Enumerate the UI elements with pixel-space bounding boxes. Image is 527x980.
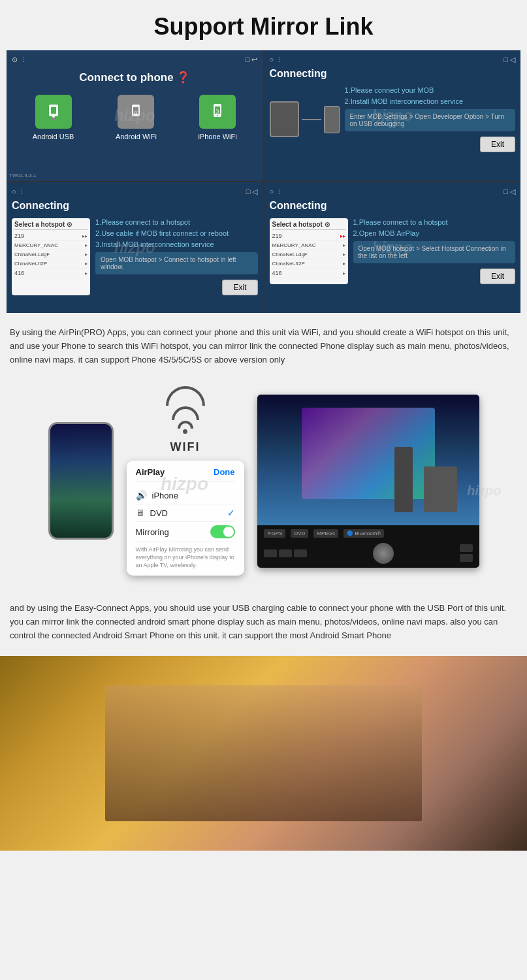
airplay-dvd-icon: 🖥 xyxy=(136,508,145,518)
svg-point-2 xyxy=(52,115,55,118)
screen-panel-1: ⊙ ⋮ □ ↩ Connect to phone ❓ Android USB xyxy=(7,50,263,181)
airplay-title: AirPlay xyxy=(136,467,165,477)
hotspot-item-4-5[interactable]: 416▸ xyxy=(272,269,345,278)
airplay-popup: AirPlay Done 🔊 iPhone 🖥 DVD ✓ Mirroring … xyxy=(127,461,244,576)
steps-3: 1.Please connect to a hotspot 2.Use cabl… xyxy=(95,218,258,295)
iphone-wifi-option[interactable]: )) iPhone WiFi xyxy=(198,95,236,140)
ctrl-btn-right-1 xyxy=(460,544,473,552)
android-wifi-icon: (( xyxy=(118,95,154,129)
connecting-title-3: Connecting xyxy=(12,200,258,212)
dvd-badge: DVD xyxy=(291,529,308,538)
step-2-1: 1.Please connect your MOB xyxy=(345,86,516,94)
android-wifi-label: Android WiFi xyxy=(116,133,157,140)
nav-icons-3: □ ◁ xyxy=(246,188,258,196)
airplay-item-dvd[interactable]: 🖥 DVD ✓ xyxy=(136,504,235,522)
hotspot-item-2[interactable]: MERCURY_ANAC▸ xyxy=(14,241,88,250)
airplay-item-iphone[interactable]: 🔊 iPhone xyxy=(136,487,235,504)
android-wifi-option[interactable]: (( Android WiFi xyxy=(116,95,157,140)
top-bar-3: ○ ⋮ □ ◁ xyxy=(12,188,258,196)
hotspot-item-4-1[interactable]: 219▸▸ xyxy=(272,231,345,241)
ctrl-btn-2 xyxy=(279,549,292,557)
airplay-done[interactable]: Done xyxy=(214,467,235,477)
hotspot-list-3: Select a hotspot ⊙ 219▸▸ MERCURY_ANAC▸ C… xyxy=(12,218,90,295)
hotspot-item-4-3[interactable]: ChinaNet-LdgF▸ xyxy=(272,250,345,259)
car-unit-container: ✕GPS DVD MPEG4 🔵 Bluetooth® xyxy=(257,395,479,568)
tablet-icon xyxy=(270,101,299,137)
top-bar-4: ○ ⋮ □ ◁ xyxy=(270,188,516,196)
description-2: and by using the Easy-Connect Apps, you … xyxy=(0,589,527,655)
status-icon-3: ○ ⋮ xyxy=(12,188,25,196)
airplay-mirroring-label: Mirroring xyxy=(136,527,169,537)
panel4-content: Select a hotspot ⊙ 219▸▸ MERCURY_ANAC▸ C… xyxy=(270,218,516,284)
hotspot-item-3[interactable]: ChinaNet-LdgF▸ xyxy=(14,250,88,259)
iphone-wifi-icon: )) xyxy=(199,95,236,129)
connecting-title-4: Connecting xyxy=(270,200,516,212)
wifi-airplay-col: WIFI AirPlay Done 🔊 iPhone 🖥 DVD ✓ Mirro… xyxy=(127,386,244,576)
android-mirror-section: hizpo hizpo ✕GPS DVD MPEG4 🔵 Bluetooth® xyxy=(0,656,527,851)
connecting-title-2: Connecting xyxy=(270,68,516,80)
car-screen-game xyxy=(257,395,479,525)
connecting-content-2: 1.Please connect your MOB 2.Install MOB … xyxy=(270,86,516,152)
svg-point-9 xyxy=(217,115,218,116)
car-screen xyxy=(257,395,479,525)
toggle-knob xyxy=(223,527,234,537)
connection-options: Android USB (( Android WiFi xyxy=(12,95,258,140)
hotspot-item-1[interactable]: 219▸▸ xyxy=(14,231,88,241)
nav-icons-4: □ ◁ xyxy=(503,188,515,196)
android-phone-screen xyxy=(376,712,452,817)
hotspot-item-4-4[interactable]: ChinaNet-fI2P▸ xyxy=(272,259,345,269)
iphone-container xyxy=(48,422,114,540)
exit-button-4[interactable]: Exit xyxy=(480,269,515,284)
airplay-iphone-label: iPhone xyxy=(152,491,178,500)
phone-icon-small xyxy=(324,106,340,133)
step-2-2: 2.Install MOB interconnection service xyxy=(345,97,516,105)
airplay-item-mirroring[interactable]: Mirroring xyxy=(136,522,235,542)
wifi-symbol xyxy=(166,386,205,434)
ctrl-btn-right-2 xyxy=(460,554,473,562)
airplay-description: With AirPlay Mirroring you can send ever… xyxy=(136,546,235,569)
description-1-text: By using the AirPin(PRO) Apps, you can c… xyxy=(10,326,517,367)
status-icon-4: ○ ⋮ xyxy=(270,188,283,196)
top-bar-2: ○ ⋮ □ ◁ xyxy=(270,56,516,64)
airplay-header: AirPlay Done xyxy=(136,467,235,482)
nav-icons: □ ↩ xyxy=(246,56,258,64)
description-1: By using the AirPin(PRO) Apps, you can c… xyxy=(0,313,527,380)
exit-button-3[interactable]: Exit xyxy=(222,280,257,295)
hotspot-list-4: Select a hotspot ⊙ 219▸▸ MERCURY_ANAC▸ C… xyxy=(270,218,348,284)
usb-phone-group xyxy=(342,700,453,831)
hotspot-item-5[interactable]: 416▸ xyxy=(14,269,88,278)
car-unit-controls: ✕GPS DVD MPEG4 🔵 Bluetooth® xyxy=(257,525,479,568)
mirroring-toggle[interactable] xyxy=(210,525,235,538)
screen-panel-2: ○ ⋮ □ ◁ Connecting 1.Please connect your… xyxy=(264,50,521,181)
ctrl-btn-1 xyxy=(264,549,277,557)
screen-panel-3: ○ ⋮ □ ◁ Connecting Select a hotspot ⊙ 21… xyxy=(7,182,263,313)
status-icon: ⊙ ⋮ xyxy=(12,56,27,64)
android-usb-icon xyxy=(35,95,72,129)
android-phone-mock xyxy=(375,700,453,831)
screenshots-grid: ⊙ ⋮ □ ↩ Connect to phone ❓ Android USB xyxy=(7,50,520,313)
airplay-dvd-label: DVD xyxy=(150,508,168,518)
airplay-checkmark: ✓ xyxy=(227,508,235,518)
info-box-4: Open MOB hotspot > Select Hotspot Connec… xyxy=(353,241,516,263)
page-title: Support Mirror Link xyxy=(0,0,527,50)
panel3-content: Select a hotspot ⊙ 219▸▸ MERCURY_ANAC▸ C… xyxy=(12,218,258,295)
wifi-label: WIFI xyxy=(170,440,200,454)
hotspot-item-4[interactable]: ChinaNet-fI2P▸ xyxy=(14,259,88,269)
step-4-1: 1.Please connect to a hotspot xyxy=(353,218,516,226)
exit-button-2[interactable]: Exit xyxy=(480,137,515,152)
hotspot-list-title-3: Select a hotspot ⊙ xyxy=(14,221,88,230)
iphone-mock xyxy=(48,422,114,540)
control-knob[interactable] xyxy=(373,543,394,564)
step-3-3: 3.Install MOB interconnection service xyxy=(95,240,258,248)
airplay-speaker-icon: 🔊 xyxy=(136,490,147,500)
step-3-2: 2.Use cable if MOB first connect or rebo… xyxy=(95,229,258,237)
svg-rect-1 xyxy=(51,107,56,114)
steps-4: 1.Please connect to a hotspot 2.Open MOB… xyxy=(353,218,516,284)
android-usb-option[interactable]: Android USB xyxy=(33,95,74,140)
svg-text:((: (( xyxy=(135,110,138,116)
wifi-mirror-section: hizpo WIFI AirPlay Done 🔊 iPhone xyxy=(0,380,527,589)
device-illustration-2 xyxy=(270,86,340,152)
hotspot-item-4-2[interactable]: MERCURY_ANAC▸ xyxy=(272,241,345,250)
iphone-wifi-label: iPhone WiFi xyxy=(198,133,236,140)
nav-icons-2: □ ◁ xyxy=(503,56,515,64)
